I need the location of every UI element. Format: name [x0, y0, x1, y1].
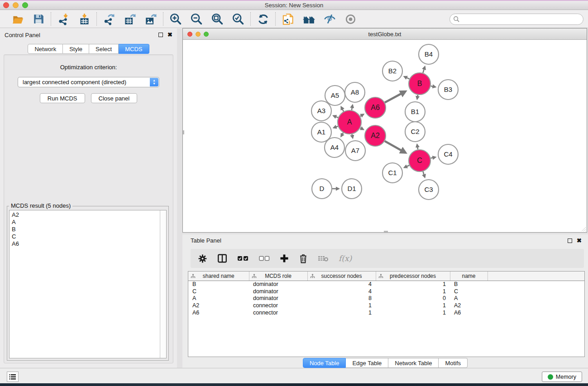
column-header-name[interactable]: name	[450, 272, 488, 281]
graph-edge-C-C4[interactable]	[430, 157, 435, 158]
column-header-successor-nodes[interactable]: successor nodes	[307, 272, 376, 281]
optimization-criterion-select[interactable]: largest connected component (directed) ▲…	[18, 77, 159, 87]
graph-edge-C-C1[interactable]	[404, 165, 409, 167]
tab-network[interactable]: Network	[28, 44, 63, 54]
graph-edge-A-A7[interactable]	[352, 134, 353, 138]
table-row[interactable]: Bdominator41B	[188, 281, 584, 288]
tab-style[interactable]: Style	[63, 44, 89, 54]
run-mcds-button[interactable]: Run MCDS	[40, 93, 85, 103]
table-cell[interactable]: 1	[376, 281, 450, 288]
mcds-result-item[interactable]: A	[10, 219, 159, 226]
zoom-selected-icon[interactable]	[231, 12, 245, 26]
graph-edge-A2-C[interactable]	[385, 141, 406, 153]
table-cell[interactable]: B	[188, 281, 249, 288]
table-cell[interactable]: 4	[307, 281, 376, 288]
tab-motifs[interactable]: Motifs	[439, 358, 468, 368]
table-cell[interactable]: dominator	[249, 281, 307, 288]
import-table-icon[interactable]	[77, 12, 91, 26]
table-cell[interactable]: C	[450, 288, 488, 295]
graph-edge-B-B4[interactable]	[423, 67, 425, 73]
mcds-result-item[interactable]: A6	[10, 240, 159, 248]
network-graph[interactable]: B4B2BB3A8A5A6A3B1AC2A1A2A4A7C4CC1DD1C3	[183, 40, 587, 232]
add-column-icon[interactable]	[280, 254, 289, 263]
tab-node-table[interactable]: Node Table	[303, 358, 346, 368]
tab-edge-table[interactable]: Edge Table	[346, 358, 388, 368]
graph-edge-A-A1[interactable]	[334, 126, 338, 128]
show-eye-icon[interactable]	[344, 12, 357, 26]
save-session-icon[interactable]	[32, 12, 45, 26]
window-resize-handle[interactable]	[183, 130, 184, 134]
resize-grip-icon[interactable]	[580, 226, 586, 232]
graph-edge-A-A3[interactable]	[334, 116, 338, 118]
delete-column-icon[interactable]	[299, 253, 308, 263]
table-row[interactable]: Adominator80A	[188, 295, 584, 302]
table-cell[interactable]: A6	[450, 309, 488, 316]
table-cell[interactable]: A2	[188, 302, 249, 309]
graph-edge-B-B3[interactable]	[430, 86, 435, 87]
import-network-icon[interactable]	[57, 12, 70, 26]
mcds-result-item[interactable]: B	[10, 226, 159, 233]
table-cell[interactable]: 1	[307, 302, 376, 309]
graph-edge-B-B2[interactable]	[404, 76, 409, 79]
graph-edge-A-A2[interactable]	[360, 128, 363, 130]
graph-edge-A-A5[interactable]	[341, 107, 344, 111]
export-network-icon[interactable]	[102, 12, 116, 26]
gear-icon[interactable]	[198, 254, 207, 263]
network-window-titlebar[interactable]: testGlobe.txt	[183, 29, 587, 40]
table-cell[interactable]: dominator	[249, 295, 307, 302]
zoom-fit-icon[interactable]	[210, 12, 224, 26]
tab-mcds[interactable]: MCDS	[119, 44, 149, 54]
graph-edge-A-A8[interactable]	[352, 105, 353, 110]
export-image-icon[interactable]	[144, 12, 158, 26]
table-cell[interactable]: 1	[376, 309, 450, 316]
float-table-panel-icon[interactable]	[568, 238, 572, 243]
tab-network-table[interactable]: Network Table	[388, 358, 439, 368]
graph-edge-A-A6[interactable]	[360, 114, 364, 116]
table-cell[interactable]: A2	[450, 302, 488, 309]
close-panel-icon[interactable]: ✖	[167, 33, 172, 37]
table-cell[interactable]: 4	[307, 288, 376, 295]
refresh-layout-icon[interactable]	[256, 12, 270, 26]
task-history-button[interactable]	[7, 372, 19, 382]
graph-edge-B-B1[interactable]	[417, 95, 418, 99]
hide-eye-icon[interactable]	[323, 12, 336, 26]
memory-button[interactable]: Memory	[542, 372, 582, 382]
split-view-icon[interactable]	[217, 253, 227, 263]
search-input[interactable]	[449, 14, 583, 25]
column-header-shared-name[interactable]: shared name	[188, 272, 249, 281]
table-cell[interactable]: B	[450, 281, 488, 288]
table-cell[interactable]: connector	[249, 302, 307, 309]
table-cell[interactable]: 1	[376, 288, 450, 295]
open-session-icon[interactable]	[11, 12, 24, 26]
close-table-panel-icon[interactable]: ✖	[577, 238, 582, 243]
delete-table-icon[interactable]	[318, 255, 329, 262]
graph-edge-C-C2[interactable]	[417, 144, 418, 149]
table-cell[interactable]: A6	[188, 309, 249, 316]
table-cell[interactable]: 1	[376, 302, 450, 309]
float-panel-icon[interactable]	[158, 33, 163, 37]
export-table-icon[interactable]	[123, 12, 137, 26]
network-canvas[interactable]: B4B2BB3A8A5A6A3B1AC2A1A2A4A7C4CC1DD1C3	[183, 40, 587, 232]
zoom-in-icon[interactable]	[169, 12, 182, 26]
table-cell[interactable]: 1	[307, 309, 376, 316]
mcds-result-item[interactable]: A2	[10, 211, 159, 219]
graph-edge-A-A4[interactable]	[341, 133, 344, 136]
table-cell[interactable]: A	[450, 295, 488, 302]
column-header-predecessor-nodes[interactable]: predecessor nodes	[376, 272, 450, 281]
close-panel-button[interactable]: Close panel	[91, 93, 138, 103]
table-cell[interactable]: C	[188, 288, 249, 295]
function-builder-icon[interactable]: f(x)	[339, 254, 352, 263]
tab-select[interactable]: Select	[89, 44, 119, 54]
graph-edge-A6-B[interactable]	[385, 91, 405, 102]
table-row[interactable]: A6connector11A6	[188, 309, 584, 316]
deselect-all-icon[interactable]	[259, 256, 270, 261]
table-cell[interactable]: dominator	[249, 288, 307, 295]
table-row[interactable]: Cdominator41C	[188, 288, 584, 295]
home-icon[interactable]	[302, 12, 316, 26]
copy-network-icon[interactable]	[281, 12, 295, 26]
table-cell[interactable]: A	[188, 295, 249, 302]
graph-edge-C-C3[interactable]	[423, 172, 425, 177]
table-cell[interactable]: 8	[307, 295, 376, 302]
mcds-result-item[interactable]: C	[10, 233, 159, 240]
table-cell[interactable]: 0	[376, 295, 450, 302]
